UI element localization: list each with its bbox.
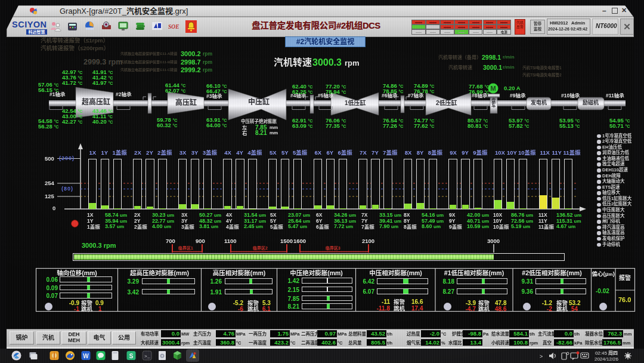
svg-text:˃: ˃	[540, 353, 543, 359]
svg-text:W: W	[83, 353, 89, 359]
svg-text:S: S	[129, 353, 134, 359]
svg-text:>_: >_	[144, 353, 150, 359]
